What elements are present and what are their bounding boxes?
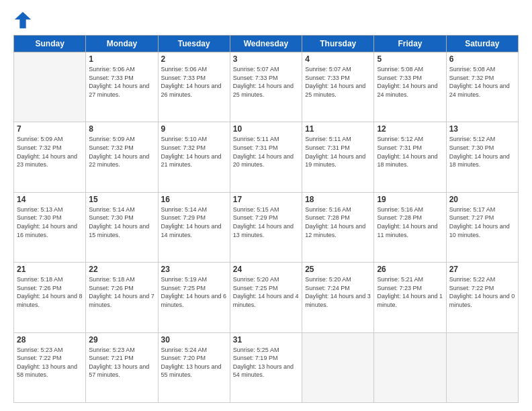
sunrise-text: Sunrise: 5:09 AM — [89, 136, 135, 142]
day-info: Sunrise: 5:14 AM Sunset: 7:29 PM Dayligh… — [161, 205, 227, 239]
sunset-text: Sunset: 7:30 PM — [449, 144, 494, 151]
sunrise-text: Sunrise: 5:07 AM — [305, 66, 351, 73]
calendar-day-cell: 23 Sunrise: 5:19 AM Sunset: 7:25 PM Dayl… — [158, 263, 230, 332]
sunrise-text: Sunrise: 5:18 AM — [89, 276, 135, 283]
day-info: Sunrise: 5:24 AM Sunset: 7:20 PM Dayligh… — [161, 346, 227, 379]
daylight-text: Daylight: 14 hours and 10 minutes. — [449, 223, 510, 238]
day-number: 27 — [449, 265, 515, 274]
sunrise-text: Sunrise: 5:23 AM — [89, 347, 135, 353]
daylight-text: Daylight: 14 hours and 7 minutes. — [89, 293, 154, 308]
calendar-week-3: 14 Sunrise: 5:13 AM Sunset: 7:30 PM Dayl… — [14, 192, 519, 262]
sunrise-text: Sunrise: 5:16 AM — [377, 206, 423, 213]
daylight-text: Daylight: 14 hours and 26 minutes. — [161, 83, 222, 98]
sunrise-text: Sunrise: 5:18 AM — [17, 276, 63, 283]
day-number: 31 — [233, 335, 299, 345]
calendar-day-cell: 6 Sunrise: 5:08 AM Sunset: 7:32 PM Dayli… — [446, 52, 518, 122]
day-info: Sunrise: 5:15 AM Sunset: 7:29 PM Dayligh… — [233, 205, 299, 239]
sunset-text: Sunset: 7:33 PM — [377, 75, 422, 81]
day-number: 3 — [233, 54, 299, 64]
day-number: 15 — [89, 195, 154, 204]
calendar-header-saturday: Saturday — [446, 36, 518, 52]
calendar-day-cell: 27 Sunrise: 5:22 AM Sunset: 7:22 PM Dayl… — [446, 263, 518, 332]
sunset-text: Sunset: 7:30 PM — [17, 214, 62, 221]
sunrise-text: Sunrise: 5:06 AM — [89, 66, 135, 73]
sunrise-text: Sunrise: 5:11 AM — [305, 136, 351, 142]
day-info: Sunrise: 5:09 AM Sunset: 7:32 PM Dayligh… — [89, 135, 154, 169]
day-number: 11 — [305, 124, 371, 134]
svg-marker-0 — [15, 12, 31, 28]
sunset-text: Sunset: 7:28 PM — [305, 214, 350, 221]
sunset-text: Sunset: 7:32 PM — [89, 144, 134, 151]
day-number: 23 — [161, 265, 227, 274]
calendar-day-cell — [374, 332, 446, 402]
sunrise-text: Sunrise: 5:13 AM — [17, 206, 63, 213]
daylight-text: Daylight: 14 hours and 22 minutes. — [89, 153, 149, 169]
calendar-day-cell: 29 Sunrise: 5:23 AM Sunset: 7:21 PM Dayl… — [86, 332, 158, 402]
day-info: Sunrise: 5:23 AM Sunset: 7:21 PM Dayligh… — [89, 346, 154, 379]
calendar-week-4: 21 Sunrise: 5:18 AM Sunset: 7:26 PM Dayl… — [14, 263, 519, 332]
day-info: Sunrise: 5:09 AM Sunset: 7:32 PM Dayligh… — [17, 135, 83, 169]
day-number: 2 — [161, 54, 227, 64]
sunset-text: Sunset: 7:27 PM — [449, 214, 494, 221]
day-info: Sunrise: 5:13 AM Sunset: 7:30 PM Dayligh… — [17, 205, 83, 239]
daylight-text: Daylight: 14 hours and 19 minutes. — [305, 153, 365, 169]
day-number: 8 — [89, 124, 154, 134]
calendar-day-cell: 15 Sunrise: 5:14 AM Sunset: 7:30 PM Dayl… — [86, 192, 158, 262]
sunset-text: Sunset: 7:28 PM — [377, 214, 422, 221]
sunrise-text: Sunrise: 5:15 AM — [233, 206, 279, 213]
calendar-day-cell: 16 Sunrise: 5:14 AM Sunset: 7:29 PM Dayl… — [158, 192, 230, 262]
daylight-text: Daylight: 14 hours and 23 minutes. — [17, 153, 77, 169]
day-info: Sunrise: 5:07 AM Sunset: 7:33 PM Dayligh… — [305, 65, 371, 99]
calendar-day-cell: 10 Sunrise: 5:11 AM Sunset: 7:31 PM Dayl… — [230, 122, 302, 192]
day-info: Sunrise: 5:11 AM Sunset: 7:31 PM Dayligh… — [305, 135, 371, 169]
day-number: 9 — [161, 124, 227, 134]
calendar-day-cell: 24 Sunrise: 5:20 AM Sunset: 7:25 PM Dayl… — [230, 263, 302, 332]
sunrise-text: Sunrise: 5:17 AM — [449, 206, 496, 213]
day-info: Sunrise: 5:08 AM Sunset: 7:33 PM Dayligh… — [377, 65, 443, 99]
page: SundayMondayTuesdayWednesdayThursdayFrid… — [0, 0, 532, 411]
calendar-day-cell: 31 Sunrise: 5:25 AM Sunset: 7:19 PM Dayl… — [230, 332, 302, 402]
calendar-header-row: SundayMondayTuesdayWednesdayThursdayFrid… — [14, 36, 519, 52]
day-info: Sunrise: 5:21 AM Sunset: 7:23 PM Dayligh… — [377, 275, 443, 309]
sunset-text: Sunset: 7:33 PM — [233, 75, 278, 81]
sunrise-text: Sunrise: 5:07 AM — [233, 66, 279, 73]
daylight-text: Daylight: 14 hours and 18 minutes. — [377, 153, 437, 169]
day-number: 1 — [89, 54, 154, 64]
daylight-text: Daylight: 14 hours and 14 minutes. — [161, 223, 222, 238]
day-number: 7 — [17, 124, 83, 134]
header — [13, 11, 519, 30]
daylight-text: Daylight: 14 hours and 25 minutes. — [233, 83, 294, 98]
calendar-day-cell: 19 Sunrise: 5:16 AM Sunset: 7:28 PM Dayl… — [374, 192, 446, 262]
daylight-text: Daylight: 14 hours and 0 minutes. — [449, 293, 515, 308]
daylight-text: Daylight: 14 hours and 24 minutes. — [449, 83, 510, 98]
day-info: Sunrise: 5:23 AM Sunset: 7:22 PM Dayligh… — [17, 346, 83, 379]
daylight-text: Daylight: 14 hours and 16 minutes. — [17, 223, 77, 238]
day-number: 24 — [233, 265, 299, 274]
daylight-text: Daylight: 14 hours and 20 minutes. — [233, 153, 294, 169]
calendar-day-cell: 30 Sunrise: 5:24 AM Sunset: 7:20 PM Dayl… — [158, 332, 230, 402]
calendar-day-cell: 7 Sunrise: 5:09 AM Sunset: 7:32 PM Dayli… — [14, 122, 86, 192]
sunset-text: Sunset: 7:31 PM — [377, 144, 422, 151]
day-number: 6 — [449, 54, 515, 64]
calendar-day-cell: 11 Sunrise: 5:11 AM Sunset: 7:31 PM Dayl… — [302, 122, 374, 192]
sunset-text: Sunset: 7:22 PM — [449, 285, 494, 291]
calendar-day-cell: 17 Sunrise: 5:15 AM Sunset: 7:29 PM Dayl… — [230, 192, 302, 262]
day-number: 10 — [233, 124, 299, 134]
day-number: 13 — [449, 124, 515, 134]
daylight-text: Daylight: 14 hours and 4 minutes. — [233, 293, 299, 308]
day-number: 26 — [377, 265, 443, 274]
calendar-day-cell: 12 Sunrise: 5:12 AM Sunset: 7:31 PM Dayl… — [374, 122, 446, 192]
day-number: 5 — [377, 54, 443, 64]
daylight-text: Daylight: 13 hours and 55 minutes. — [161, 363, 222, 379]
sunrise-text: Sunrise: 5:09 AM — [17, 136, 63, 142]
daylight-text: Daylight: 14 hours and 27 minutes. — [89, 83, 149, 98]
day-info: Sunrise: 5:11 AM Sunset: 7:31 PM Dayligh… — [233, 135, 299, 169]
calendar-day-cell: 14 Sunrise: 5:13 AM Sunset: 7:30 PM Dayl… — [14, 192, 86, 262]
day-info: Sunrise: 5:20 AM Sunset: 7:24 PM Dayligh… — [305, 275, 371, 309]
calendar-day-cell: 2 Sunrise: 5:06 AM Sunset: 7:33 PM Dayli… — [158, 52, 230, 122]
day-number: 17 — [233, 195, 299, 204]
sunset-text: Sunset: 7:32 PM — [449, 75, 494, 81]
sunset-text: Sunset: 7:32 PM — [17, 144, 62, 151]
day-info: Sunrise: 5:17 AM Sunset: 7:27 PM Dayligh… — [449, 205, 515, 239]
day-number: 29 — [89, 335, 154, 345]
